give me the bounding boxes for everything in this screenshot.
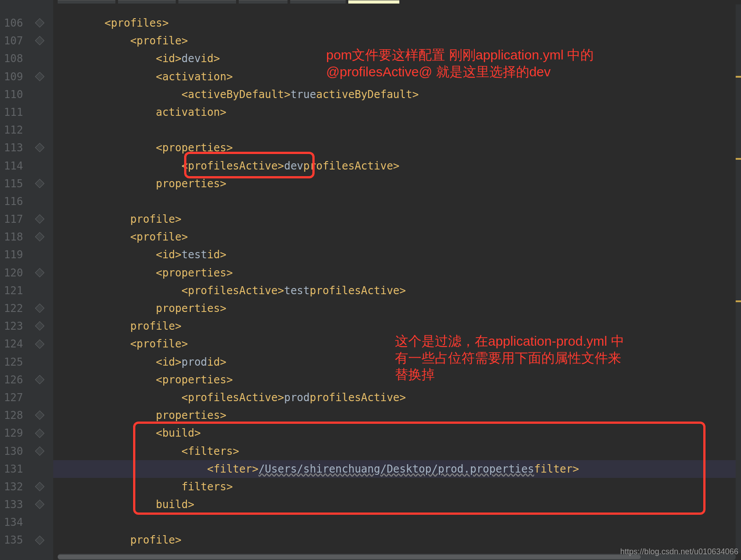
code-line[interactable]: <profilesActive>prodprofilesActive> bbox=[53, 389, 741, 406]
line-number: 134 bbox=[2, 513, 23, 531]
line-number: 127 bbox=[2, 389, 23, 406]
code-line[interactable]: activation> bbox=[53, 103, 741, 121]
line-number: 124 bbox=[2, 335, 23, 353]
line-number: 120 bbox=[2, 264, 23, 282]
fold-toggle-icon[interactable] bbox=[35, 500, 44, 509]
breadcrumb-item[interactable] bbox=[290, 0, 346, 4]
code-line[interactable]: properties> bbox=[53, 175, 741, 193]
fold-toggle-icon[interactable] bbox=[35, 446, 44, 456]
breadcrumb-item[interactable] bbox=[178, 0, 236, 4]
breadcrumb-item-current[interactable] bbox=[348, 0, 399, 4]
fold-toggle-icon[interactable] bbox=[35, 179, 44, 188]
code-content[interactable]: <profiles> <profile> <id>devid> <activat… bbox=[53, 0, 741, 560]
fold-toggle-icon[interactable] bbox=[35, 339, 44, 348]
code-line[interactable]: profile> bbox=[53, 531, 741, 549]
line-number: 111 bbox=[2, 103, 23, 121]
fold-toggle-icon[interactable] bbox=[35, 321, 44, 331]
line-number: 106 bbox=[2, 14, 23, 32]
code-line[interactable] bbox=[53, 121, 741, 139]
fold-toggle-icon[interactable] bbox=[35, 304, 44, 313]
line-number: 117 bbox=[2, 210, 23, 228]
line-number: 129 bbox=[2, 424, 23, 442]
breadcrumb-item[interactable] bbox=[239, 0, 288, 4]
line-number: 133 bbox=[2, 496, 23, 513]
code-line[interactable]: <profilesActive>testprofilesActive> bbox=[53, 282, 741, 300]
code-editor[interactable]: 1061071081091101111121131141151161171181… bbox=[0, 0, 741, 560]
code-line[interactable]: <filters> bbox=[53, 442, 741, 460]
code-line[interactable]: filters> bbox=[53, 478, 741, 496]
line-number: 135 bbox=[2, 531, 23, 549]
code-line[interactable]: <id>testid> bbox=[53, 246, 741, 264]
line-number-gutter: 1061071081091101111121131141151161171181… bbox=[0, 0, 27, 560]
code-line[interactable]: <profile> bbox=[53, 228, 741, 246]
fold-toggle-icon[interactable] bbox=[35, 428, 44, 438]
error-stripe[interactable] bbox=[736, 4, 741, 553]
line-number: 131 bbox=[2, 460, 23, 478]
fold-column[interactable] bbox=[27, 0, 53, 560]
line-number: 125 bbox=[2, 353, 23, 371]
code-line[interactable]: properties> bbox=[53, 300, 741, 317]
line-number: 108 bbox=[2, 50, 23, 67]
fold-toggle-icon[interactable] bbox=[35, 71, 44, 81]
line-number: 132 bbox=[2, 478, 23, 496]
fold-toggle-icon[interactable] bbox=[35, 482, 44, 491]
fold-toggle-icon[interactable] bbox=[35, 232, 44, 241]
fold-toggle-icon[interactable] bbox=[35, 410, 44, 420]
line-number: 118 bbox=[2, 228, 23, 246]
code-line[interactable]: <build> bbox=[53, 424, 741, 442]
code-line[interactable]: <filter>/Users/shirenchuang/Desktop/prod… bbox=[53, 460, 741, 478]
watermark-text: https://blog.csdn.net/u010634066 bbox=[620, 547, 738, 556]
code-line[interactable] bbox=[53, 193, 741, 210]
code-line[interactable]: <profilesActive>devprofilesActive> bbox=[53, 157, 741, 175]
code-line[interactable]: profile> bbox=[53, 210, 741, 228]
line-number: 123 bbox=[2, 317, 23, 335]
code-line[interactable]: <properties> bbox=[53, 264, 741, 282]
fold-toggle-icon[interactable] bbox=[35, 375, 44, 384]
code-line[interactable]: <activeByDefault>trueactiveByDefault> bbox=[53, 86, 741, 103]
line-number: 128 bbox=[2, 406, 23, 424]
fold-toggle-icon[interactable] bbox=[35, 18, 44, 28]
line-number: 107 bbox=[2, 32, 23, 50]
fold-toggle-icon[interactable] bbox=[35, 268, 44, 277]
annotation-text-2: 这个是过滤，在application-prod.yml 中 有一些占位符需要用下… bbox=[395, 333, 624, 383]
fold-toggle-icon[interactable] bbox=[35, 214, 44, 224]
code-line[interactable]: properties> bbox=[53, 406, 741, 424]
line-number: 113 bbox=[2, 139, 23, 157]
line-number: 110 bbox=[2, 86, 23, 103]
annotation-text-1: pom文件要这样配置 刚刚application.yml 中的 @profile… bbox=[326, 47, 594, 80]
line-number: 130 bbox=[2, 442, 23, 460]
line-number: 119 bbox=[2, 246, 23, 264]
line-number: 115 bbox=[2, 175, 23, 193]
line-number: 116 bbox=[2, 193, 23, 210]
line-number: 114 bbox=[2, 157, 23, 175]
code-line[interactable]: <properties> bbox=[53, 139, 741, 157]
code-line[interactable]: build> bbox=[53, 496, 741, 513]
line-number: 109 bbox=[2, 68, 23, 86]
fold-toggle-icon[interactable] bbox=[35, 143, 44, 152]
code-line[interactable] bbox=[53, 513, 741, 531]
breadcrumb-item[interactable] bbox=[118, 0, 176, 4]
line-number: 112 bbox=[2, 121, 23, 139]
fold-toggle-icon[interactable] bbox=[35, 36, 44, 45]
breadcrumb-item[interactable] bbox=[58, 0, 115, 4]
code-line[interactable]: <profiles> bbox=[53, 14, 741, 32]
line-number: 126 bbox=[2, 371, 23, 389]
breadcrumb-bar bbox=[0, 0, 399, 4]
line-number: 122 bbox=[2, 300, 23, 317]
fold-toggle-icon[interactable] bbox=[35, 536, 44, 545]
scrollbar-thumb[interactable] bbox=[58, 555, 641, 559]
line-number: 121 bbox=[2, 282, 23, 300]
